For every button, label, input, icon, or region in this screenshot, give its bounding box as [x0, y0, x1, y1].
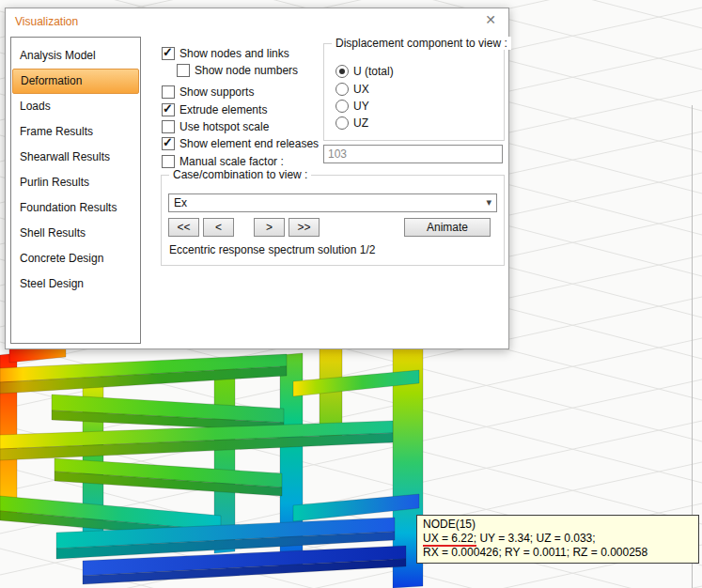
- tooltip-translations-rest: UY = 3.34; UZ = 0.033;: [476, 532, 596, 545]
- sidebar-item-steel-design[interactable]: Steel Design: [11, 271, 140, 297]
- case-combination-group: Case/combination to view : Ex ▾ << < > >…: [161, 175, 505, 266]
- first-case-button[interactable]: <<: [168, 218, 199, 237]
- checkbox-icon[interactable]: [162, 155, 175, 168]
- sidebar-item-foundation-results[interactable]: Foundation Results: [11, 195, 140, 221]
- sidebar-item-concrete-design[interactable]: Concrete Design: [11, 246, 140, 271]
- sidebar-item-deformation[interactable]: Deformation: [12, 69, 139, 94]
- checkbox-show-node-numbers[interactable]: Show node numbers: [177, 63, 298, 77]
- checkbox-label: Show node numbers: [195, 64, 298, 77]
- radio-label: UY: [353, 100, 369, 113]
- sidebar-item-shearwall-results[interactable]: Shearwall Results: [11, 145, 140, 170]
- checkbox-icon[interactable]: [162, 47, 175, 60]
- sidebar-item-shell-results[interactable]: Shell Results: [11, 221, 140, 246]
- radio-icon[interactable]: [335, 116, 349, 130]
- checkbox-icon[interactable]: [162, 85, 175, 99]
- checkbox-label: Show nodes and links: [179, 47, 289, 60]
- checkbox-show-supports[interactable]: Show supports: [162, 85, 254, 99]
- chevron-down-icon[interactable]: ▾: [486, 196, 491, 209]
- category-list: Analysis Model Deformation Loads Frame R…: [10, 37, 141, 344]
- radio-ux[interactable]: UX: [335, 82, 369, 96]
- manual-scale-factor-input[interactable]: [323, 145, 503, 163]
- radio-icon[interactable]: [335, 83, 349, 96]
- checkbox-label: Show element end releases: [179, 137, 319, 150]
- radio-uy[interactable]: UY: [335, 99, 369, 113]
- next-case-button[interactable]: >: [254, 218, 285, 237]
- visualization-dialog: Visualization ✕ Analysis Model Deformati…: [5, 8, 509, 349]
- animate-button[interactable]: Animate: [404, 218, 491, 237]
- checkbox-manual-scale-factor[interactable]: Manual scale factor :: [162, 154, 284, 168]
- checkbox-icon[interactable]: [162, 120, 175, 133]
- displacement-component-group: Displacement component to view : U (tota…: [323, 43, 505, 141]
- node-result-tooltip: NODE(15) UX = 6.22; UY = 3.34; UZ = 0.03…: [416, 515, 699, 564]
- tooltip-translations: UX = 6.22; UY = 3.34; UZ = 0.033;: [423, 532, 693, 546]
- radio-label: U (total): [353, 65, 394, 78]
- checkbox-show-nodes-and-links[interactable]: Show nodes and links: [162, 46, 289, 60]
- radio-u-total[interactable]: U (total): [335, 64, 394, 78]
- checkbox-label: Extrude elements: [179, 103, 267, 116]
- sidebar-item-loads[interactable]: Loads: [11, 94, 140, 119]
- dialog-title: Visualization: [15, 15, 78, 28]
- close-icon[interactable]: ✕: [485, 13, 496, 26]
- checkbox-icon[interactable]: [162, 137, 175, 150]
- last-case-button[interactable]: >>: [289, 218, 320, 237]
- tooltip-ux-highlight: UX = 6.22;: [423, 532, 476, 547]
- case-dropdown-value: Ex: [174, 196, 187, 209]
- radio-label: UZ: [353, 116, 368, 130]
- radio-label: UX: [353, 83, 369, 96]
- checkbox-label: Manual scale factor :: [179, 155, 284, 168]
- tooltip-rotations: RX = 0.000426; RY = 0.0011; RZ = 0.00025…: [423, 546, 693, 560]
- radio-icon[interactable]: [335, 100, 349, 113]
- group-label: Displacement component to view :: [332, 37, 511, 50]
- radio-uz[interactable]: UZ: [335, 116, 368, 130]
- radio-icon[interactable]: [335, 65, 349, 78]
- app-stage: Visualization ✕ Analysis Model Deformati…: [0, 0, 702, 588]
- checkbox-label: Use hotspot scale: [179, 120, 269, 133]
- tooltip-node-id: NODE(15): [423, 518, 693, 532]
- sidebar-item-analysis-model[interactable]: Analysis Model: [11, 43, 140, 69]
- checkbox-icon[interactable]: [177, 64, 190, 77]
- case-description: Eccentric response spectrum solution 1/2: [169, 243, 375, 256]
- group-label: Case/combination to view :: [169, 168, 311, 181]
- sidebar-item-frame-results[interactable]: Frame Results: [11, 119, 140, 145]
- sidebar-item-purlin-results[interactable]: Purlin Results: [11, 170, 140, 195]
- checkbox-show-element-end-releases[interactable]: Show element end releases: [162, 136, 319, 150]
- checkbox-icon[interactable]: [162, 103, 175, 116]
- checkbox-extrude-elements[interactable]: Extrude elements: [162, 102, 267, 116]
- case-dropdown[interactable]: Ex ▾: [168, 193, 497, 212]
- previous-case-button[interactable]: <: [203, 218, 234, 237]
- checkbox-use-hotspot-scale[interactable]: Use hotspot scale: [162, 119, 269, 133]
- checkbox-label: Show supports: [179, 85, 254, 99]
